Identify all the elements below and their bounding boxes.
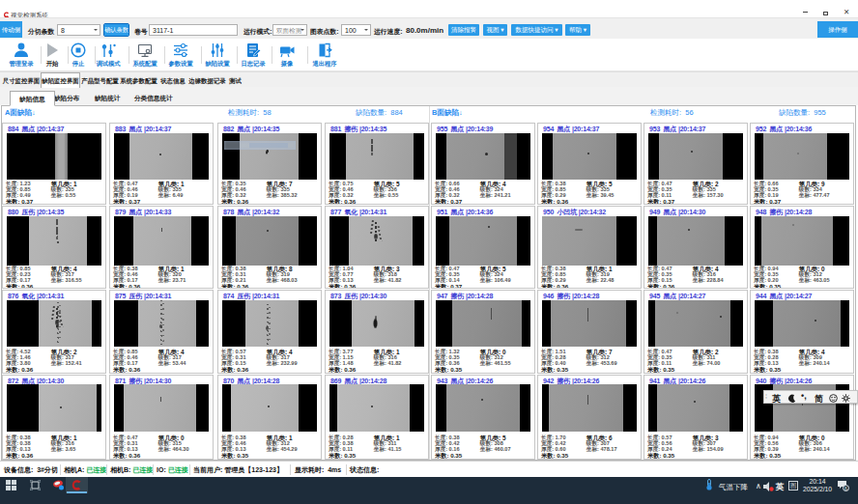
svg-text:6: 6 (844, 486, 847, 491)
